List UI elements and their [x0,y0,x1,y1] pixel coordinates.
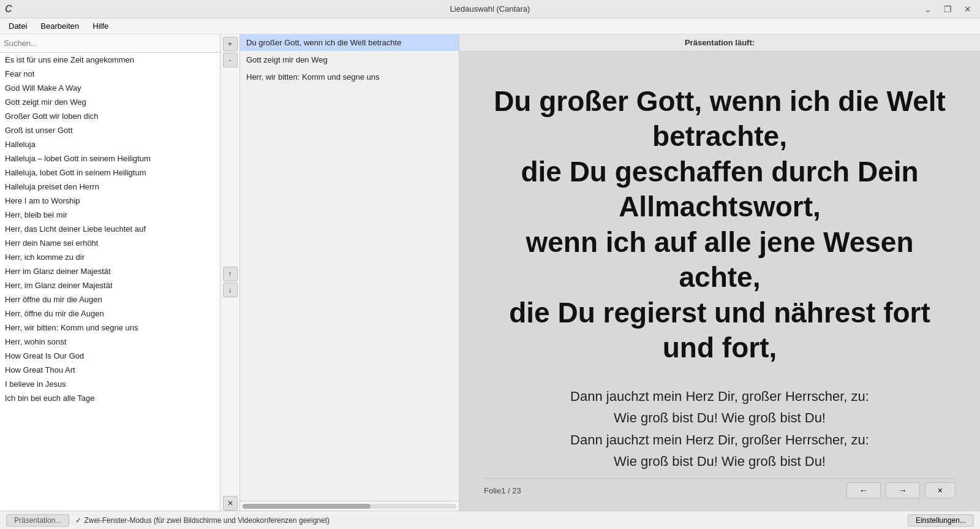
song-list-item[interactable]: Herr, ich komme zu dir [0,250,220,264]
window-title: Liedauswahl (Cantara) [450,4,530,13]
slide-line1: Du großer Gott, wenn ich die Welt betrac… [484,84,956,154]
song-list-item[interactable]: Herr, das Licht deiner Liebe leuchtet au… [0,222,220,236]
menu-bearbeiten[interactable]: Bearbeiten [34,20,85,32]
song-list-item[interactable]: Here I am to Worship [0,194,220,208]
main-content: Es ist für uns eine Zeit angekommenFear … [0,34,980,511]
song-list-item[interactable]: Ich bin bei euch alle Tage [0,391,220,405]
song-list-item[interactable]: Herr, wir bitten: Komm und segne uns [0,321,220,335]
two-screen-label: Zwei-Fenster-Modus (für zwei Bildschirme… [84,516,330,525]
presentation-slide: Du großer Gott, wenn ich die Welt betrac… [459,51,980,511]
slide-navigation: ← → × [846,482,956,498]
menu-datei[interactable]: Datei [2,20,33,32]
middle-wrapper: + - ↑ ↓ ✕ Du großer Gott, wenn ich die W… [221,34,459,511]
start-presentation-button[interactable]: Präsentation... [6,514,69,527]
song-list-item[interactable]: Halleluja [0,137,220,151]
song-list-item[interactable]: I believe in Jesus [0,377,220,391]
song-list-item[interactable]: Halleluja preiset den Herrn [0,180,220,194]
playlist: Du großer Gott, wenn ich die Welt betrac… [240,34,459,501]
slide-line4: die Du regierst und nährest fort und for… [484,295,956,366]
restore-button[interactable]: ❐ [940,3,956,15]
chorus-line1: Dann jauchzt mein Herz Dir, großer Herrs… [484,386,956,407]
two-screen-mode-toggle[interactable]: ✓ Zwei-Fenster-Modus (für zwei Bildschir… [75,516,330,525]
song-list-item[interactable]: Herr öffne du mir die Augen [0,292,220,306]
song-list-item[interactable]: Herr, wohin sonst [0,335,220,349]
song-list-item[interactable]: Halleluja, lobet Gott in seinem Heiligtu… [0,166,220,180]
settings-button[interactable]: Einstellungen... [908,514,974,527]
search-input[interactable] [0,34,220,53]
menu-hilfe[interactable]: Hilfe [86,20,115,32]
playlist-scrollbar [240,501,459,511]
song-list-item[interactable]: God Will Make A Way [0,81,220,95]
app-icon: C [5,4,12,15]
add-song-button[interactable]: + [223,37,238,51]
slide-main-text: Du großer Gott, wenn ich die Welt betrac… [484,70,956,379]
chorus-line4: Wie groß bist Du! Wie groß bist Du! [484,451,956,472]
song-list-item[interactable]: Großer Gott wir loben dich [0,109,220,123]
song-list-item[interactable]: Herr, öffne du mir die Augen [0,306,220,321]
song-list-item[interactable]: How Great Thou Art [0,363,220,377]
playlist-item[interactable]: Gott zeigt mir den Weg [240,51,459,69]
titlebar: C Liedauswahl (Cantara) ⌄ ❐ ✕ [0,0,980,18]
song-list: Es ist für uns eine Zeit angekommenFear … [0,53,220,511]
slide-line2: die Du geschaffen durch Dein Allmachtswo… [484,154,956,225]
song-list-item[interactable]: How Great Is Our God [0,349,220,363]
playlist-item[interactable]: Herr, wir bitten: Komm und segne uns [240,69,459,86]
song-list-item[interactable]: Herr dein Name sei erhöht [0,236,220,250]
statusbar: Präsentation... ✓ Zwei-Fenster-Modus (fü… [0,511,980,529]
slide-close-button[interactable]: × [925,482,956,498]
slide-line3: wenn ich auf alle jene Wesen achte, [484,225,956,295]
song-list-item[interactable]: Herr im Glanz deiner Majestät [0,264,220,278]
chorus-line2: Wie groß bist Du! Wie groß bist Du! [484,407,956,428]
minimize-button[interactable]: ⌄ [921,3,935,15]
song-list-item[interactable]: Halleluja – lobet Gott in seinem Heiligt… [0,151,220,166]
song-list-item[interactable]: Groß ist unser Gott [0,123,220,137]
playlist-item[interactable]: Du großer Gott, wenn ich die Welt betrac… [240,34,459,51]
presentation-header: Präsentation läuft: [459,34,980,51]
song-list-item[interactable]: Gott zeigt mir den Weg [0,95,220,109]
menubar: Datei Bearbeiten Hilfe [0,18,980,34]
chorus-line3: Dann jauchzt mein Herz Dir, großer Herrs… [484,429,956,451]
song-list-item[interactable]: Fear not [0,67,220,81]
playlist-add-remove-controls: + - ↑ ↓ ✕ [221,34,240,511]
delete-from-playlist-button[interactable]: ✕ [223,496,238,511]
statusbar-right: Einstellungen... [908,514,974,527]
song-list-item[interactable]: Herr, im Glanz deiner Majestät [0,278,220,292]
song-list-item[interactable]: Herr, bleib bei mir [0,208,220,222]
folio-indicator: Folie1 / 23 [484,486,521,495]
slide-footer: Folie1 / 23 ← → × [484,478,956,498]
slide-prev-button[interactable]: ← [846,482,881,498]
remove-song-button[interactable]: - [223,53,238,67]
presentation-panel: Präsentation läuft: Du großer Gott, wenn… [459,34,980,511]
move-down-button[interactable]: ↓ [223,283,238,297]
song-list-panel: Es ist für uns eine Zeit angekommenFear … [0,34,221,511]
close-button[interactable]: ✕ [960,3,975,15]
move-up-button[interactable]: ↑ [223,267,238,281]
slide-chorus: Dann jauchzt mein Herz Dir, großer Herrs… [484,386,956,472]
checkmark-icon: ✓ [75,516,81,525]
slide-next-button[interactable]: → [886,482,920,498]
song-list-item[interactable]: Es ist für uns eine Zeit angekommen [0,53,220,67]
